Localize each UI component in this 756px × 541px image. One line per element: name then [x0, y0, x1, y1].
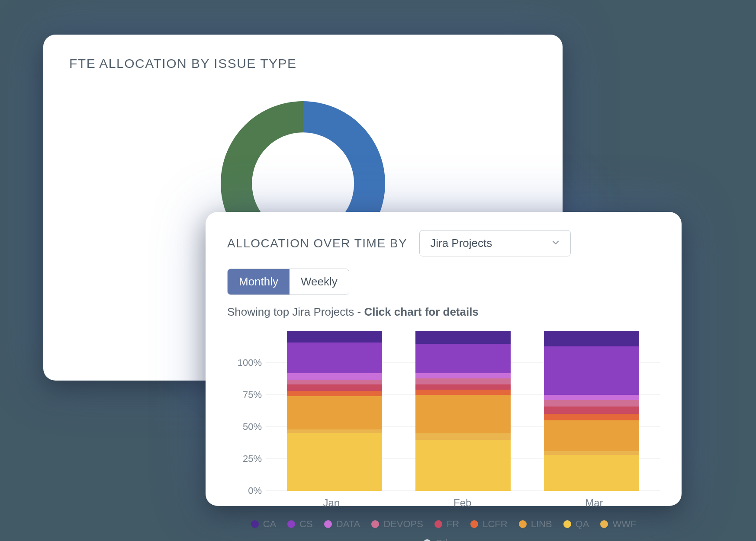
bar-segment-lcfr [415, 390, 511, 395]
legend-label: DEVOPS [383, 519, 423, 530]
legend-item-lcfr[interactable]: LCFR [470, 519, 507, 530]
bar-segment-devops [415, 378, 511, 385]
legend-item-fr[interactable]: FR [434, 519, 459, 530]
stacked-bar-chart[interactable]: 0%25%50%75%100% [227, 331, 660, 491]
toggle-monthly[interactable]: Monthly [228, 269, 290, 295]
bar-segment-linb [544, 420, 639, 451]
chevron-down-icon [551, 237, 560, 250]
bar-segment-wwf [544, 451, 639, 455]
x-tick-label: Mar [585, 497, 603, 509]
bar-segment-fr [287, 384, 382, 391]
legend-swatch [287, 520, 295, 528]
bar-segment-cs [415, 344, 511, 373]
legend-label: WWF [612, 519, 636, 530]
bar-segment-linb [287, 396, 382, 429]
card1-title: FTE ALLOCATION BY ISSUE TYPE [69, 56, 537, 71]
legend-label: CA [263, 519, 277, 530]
legend-label: CS [299, 519, 313, 530]
bar-segment-linb [415, 395, 511, 433]
bar-segment-wwf [415, 433, 511, 440]
legend-item-data[interactable]: DATA [324, 519, 360, 530]
legend-swatch [519, 520, 527, 528]
y-tick-label: 50% [243, 421, 262, 432]
legend-label: FR [447, 519, 459, 530]
legend-swatch [434, 520, 442, 528]
legend-label: LCFR [483, 519, 507, 530]
legend-swatch [423, 539, 431, 541]
y-tick-label: 25% [243, 453, 262, 464]
bar-segment-wwf [287, 429, 382, 433]
x-tick-label: Feb [454, 497, 471, 509]
bar-segment-ca [415, 331, 511, 344]
legend-swatch [600, 520, 608, 528]
dimension-select[interactable]: Jira Projects [419, 230, 571, 256]
legend-item-linb[interactable]: LINB [519, 519, 552, 530]
bar-segment-lcfr [287, 391, 382, 396]
bar-segment-fr [544, 407, 639, 414]
bar-segment-cs [544, 346, 639, 395]
legend-label: Others [435, 538, 464, 541]
bar-segment-cs [287, 343, 382, 373]
legend-item-ca[interactable]: CA [251, 519, 277, 530]
bar-segment-devops [544, 400, 639, 407]
dimension-select-value: Jira Projects [430, 237, 492, 250]
legend-swatch [563, 520, 571, 528]
subtitle-bold: Click chart for details [364, 305, 478, 318]
bar-segment-qa [415, 440, 511, 491]
x-tick-label: Jan [323, 497, 340, 509]
toggle-weekly[interactable]: Weekly [290, 269, 349, 295]
legend-item-cs[interactable]: CS [287, 519, 313, 530]
card-allocation-over-time: ALLOCATION OVER TIME BY Jira Projects Mo… [206, 212, 682, 506]
bar-segment-data [415, 373, 511, 378]
card2-title: ALLOCATION OVER TIME BY [227, 237, 407, 250]
y-tick-label: 0% [248, 485, 262, 496]
legend-swatch [470, 520, 478, 528]
legend-item-qa[interactable]: QA [563, 519, 589, 530]
bar-segment-ca [287, 331, 382, 343]
bar-feb[interactable] [415, 331, 511, 491]
legend-item-wwf[interactable]: WWF [600, 519, 636, 530]
bar-mar[interactable] [544, 331, 639, 491]
card2-subtitle: Showing top Jira Projects - Click chart … [227, 305, 660, 319]
bar-segment-fr [415, 384, 511, 390]
y-axis: 0%25%50%75%100% [227, 331, 266, 491]
time-granularity-toggle: Monthly Weekly [227, 269, 349, 295]
y-tick-label: 75% [243, 389, 262, 400]
legend-swatch [251, 520, 259, 528]
subtitle-prefix: Showing top Jira Projects - [227, 305, 364, 318]
bar-jan[interactable] [287, 331, 382, 491]
legend-label: LINB [531, 519, 552, 530]
bar-segment-ca [544, 331, 639, 346]
legend-label: DATA [336, 519, 360, 530]
y-tick-label: 100% [238, 357, 262, 368]
bar-segment-qa [544, 455, 639, 491]
bar-segment-data [544, 395, 639, 400]
bars-area [266, 331, 660, 491]
bar-segment-lcfr [544, 414, 639, 420]
bar-segment-devops [287, 380, 382, 385]
bar-segment-data [287, 373, 382, 380]
legend-swatch [324, 520, 332, 528]
legend-swatch [371, 520, 379, 528]
legend-label: QA [576, 519, 589, 530]
x-axis-categories: JanFebMar [266, 497, 660, 509]
card2-legend: CACSDATADEVOPSFRLCFRLINBQAWWFOthers [227, 519, 660, 541]
legend-item-others[interactable]: Others [423, 538, 464, 541]
legend-item-devops[interactable]: DEVOPS [371, 519, 423, 530]
bar-segment-qa [287, 433, 382, 491]
